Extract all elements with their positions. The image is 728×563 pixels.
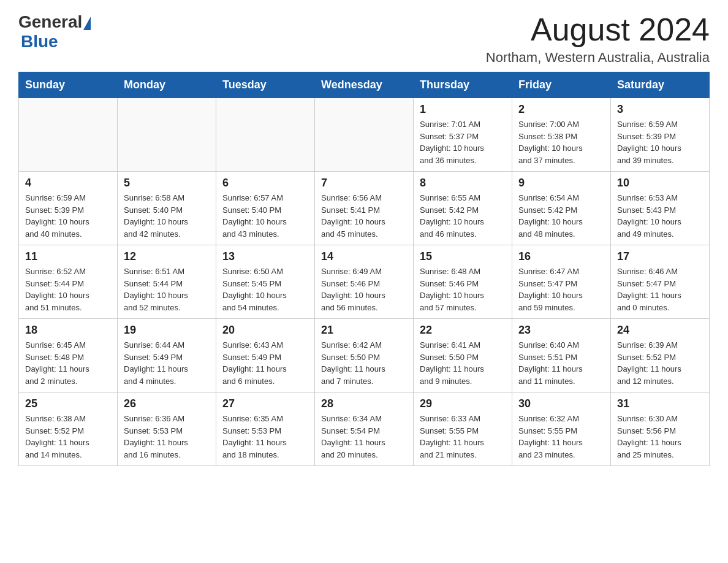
calendar-cell: 17Sunrise: 6:46 AM Sunset: 5:47 PM Dayli… [611,245,710,319]
day-info: Sunrise: 6:39 AM Sunset: 5:52 PM Dayligh… [617,339,703,387]
day-number: 26 [124,397,210,410]
day-number: 20 [222,324,308,337]
day-info: Sunrise: 6:38 AM Sunset: 5:52 PM Dayligh… [25,413,111,461]
calendar-cell: 29Sunrise: 6:33 AM Sunset: 5:55 PM Dayli… [414,393,512,466]
calendar-cell [118,98,216,172]
day-number: 17 [617,250,703,263]
day-number: 13 [222,250,308,263]
day-number: 24 [617,324,703,337]
day-number: 19 [124,324,210,337]
calendar-week-2: 4Sunrise: 6:59 AM Sunset: 5:39 PM Daylig… [19,172,710,245]
logo: General Blue [18,12,91,52]
day-number: 11 [25,250,111,263]
day-number: 6 [222,177,308,190]
day-info: Sunrise: 6:43 AM Sunset: 5:49 PM Dayligh… [222,339,308,387]
calendar-cell: 22Sunrise: 6:41 AM Sunset: 5:50 PM Dayli… [414,319,512,393]
calendar-cell: 18Sunrise: 6:45 AM Sunset: 5:48 PM Dayli… [19,319,118,393]
day-number: 12 [124,250,210,263]
calendar-cell: 10Sunrise: 6:53 AM Sunset: 5:43 PM Dayli… [611,172,710,245]
day-info: Sunrise: 7:00 AM Sunset: 5:38 PM Dayligh… [518,118,604,166]
day-number: 10 [617,177,703,190]
day-info: Sunrise: 6:34 AM Sunset: 5:54 PM Dayligh… [321,413,407,461]
calendar-header-row: SundayMondayTuesdayWednesdayThursdayFrid… [19,72,710,98]
calendar-cell: 28Sunrise: 6:34 AM Sunset: 5:54 PM Dayli… [315,393,414,466]
calendar-week-5: 25Sunrise: 6:38 AM Sunset: 5:52 PM Dayli… [19,393,710,466]
day-info: Sunrise: 6:59 AM Sunset: 5:39 PM Dayligh… [617,118,703,166]
calendar-table: SundayMondayTuesdayWednesdayThursdayFrid… [18,72,710,466]
day-info: Sunrise: 6:33 AM Sunset: 5:55 PM Dayligh… [420,413,506,461]
day-info: Sunrise: 6:47 AM Sunset: 5:47 PM Dayligh… [518,266,604,313]
calendar-cell: 27Sunrise: 6:35 AM Sunset: 5:53 PM Dayli… [216,393,315,466]
day-number: 31 [617,397,703,410]
month-title: August 2024 [486,12,710,47]
day-info: Sunrise: 6:44 AM Sunset: 5:49 PM Dayligh… [124,339,210,387]
calendar-cell: 23Sunrise: 6:40 AM Sunset: 5:51 PM Dayli… [512,319,611,393]
day-info: Sunrise: 6:59 AM Sunset: 5:39 PM Dayligh… [25,192,111,240]
day-number: 28 [321,397,407,410]
calendar-cell [216,98,315,172]
calendar-cell: 20Sunrise: 6:43 AM Sunset: 5:49 PM Dayli… [216,319,315,393]
calendar-header-friday: Friday [512,72,611,98]
calendar-cell: 13Sunrise: 6:50 AM Sunset: 5:45 PM Dayli… [216,245,315,319]
day-number: 4 [25,177,111,190]
day-number: 22 [420,324,506,337]
day-number: 7 [321,177,407,190]
day-info: Sunrise: 7:01 AM Sunset: 5:37 PM Dayligh… [420,118,506,166]
day-info: Sunrise: 6:52 AM Sunset: 5:44 PM Dayligh… [25,266,111,313]
title-block: August 2024 Northam, Western Australia, … [486,12,710,66]
day-number: 21 [321,324,407,337]
logo-triangle-icon [83,17,91,30]
calendar-header-sunday: Sunday [19,72,118,98]
day-info: Sunrise: 6:51 AM Sunset: 5:44 PM Dayligh… [124,266,210,313]
day-info: Sunrise: 6:56 AM Sunset: 5:41 PM Dayligh… [321,192,407,240]
day-info: Sunrise: 6:32 AM Sunset: 5:55 PM Dayligh… [518,413,604,461]
day-info: Sunrise: 6:30 AM Sunset: 5:56 PM Dayligh… [617,413,703,461]
calendar-cell: 11Sunrise: 6:52 AM Sunset: 5:44 PM Dayli… [19,245,118,319]
calendar-cell: 26Sunrise: 6:36 AM Sunset: 5:53 PM Dayli… [118,393,216,466]
calendar-cell: 9Sunrise: 6:54 AM Sunset: 5:42 PM Daylig… [512,172,611,245]
calendar-cell: 8Sunrise: 6:55 AM Sunset: 5:42 PM Daylig… [414,172,512,245]
day-info: Sunrise: 6:41 AM Sunset: 5:50 PM Dayligh… [420,339,506,387]
day-number: 5 [124,177,210,190]
logo-blue-text: Blue [21,32,58,51]
day-number: 15 [420,250,506,263]
day-info: Sunrise: 6:49 AM Sunset: 5:46 PM Dayligh… [321,266,407,313]
day-info: Sunrise: 6:54 AM Sunset: 5:42 PM Dayligh… [518,192,604,240]
day-number: 14 [321,250,407,263]
calendar-cell: 31Sunrise: 6:30 AM Sunset: 5:56 PM Dayli… [611,393,710,466]
day-info: Sunrise: 6:46 AM Sunset: 5:47 PM Dayligh… [617,266,703,313]
calendar-cell: 19Sunrise: 6:44 AM Sunset: 5:49 PM Dayli… [118,319,216,393]
calendar-cell: 7Sunrise: 6:56 AM Sunset: 5:41 PM Daylig… [315,172,414,245]
logo-general-text: General [18,12,82,32]
calendar-cell: 16Sunrise: 6:47 AM Sunset: 5:47 PM Dayli… [512,245,611,319]
calendar-cell: 25Sunrise: 6:38 AM Sunset: 5:52 PM Dayli… [19,393,118,466]
calendar-week-1: 1Sunrise: 7:01 AM Sunset: 5:37 PM Daylig… [19,98,710,172]
day-info: Sunrise: 6:35 AM Sunset: 5:53 PM Dayligh… [222,413,308,461]
day-number: 25 [25,397,111,410]
day-info: Sunrise: 6:42 AM Sunset: 5:50 PM Dayligh… [321,339,407,387]
calendar-cell: 1Sunrise: 7:01 AM Sunset: 5:37 PM Daylig… [414,98,512,172]
calendar-week-3: 11Sunrise: 6:52 AM Sunset: 5:44 PM Dayli… [19,245,710,319]
calendar-cell: 5Sunrise: 6:58 AM Sunset: 5:40 PM Daylig… [118,172,216,245]
calendar-cell: 14Sunrise: 6:49 AM Sunset: 5:46 PM Dayli… [315,245,414,319]
calendar-header-saturday: Saturday [611,72,710,98]
calendar-cell: 24Sunrise: 6:39 AM Sunset: 5:52 PM Dayli… [611,319,710,393]
page-header: General Blue August 2024 Northam, Wester… [18,12,710,66]
day-number: 29 [420,397,506,410]
day-number: 8 [420,177,506,190]
calendar-cell: 15Sunrise: 6:48 AM Sunset: 5:46 PM Dayli… [414,245,512,319]
calendar-cell: 12Sunrise: 6:51 AM Sunset: 5:44 PM Dayli… [118,245,216,319]
day-info: Sunrise: 6:53 AM Sunset: 5:43 PM Dayligh… [617,192,703,240]
day-number: 30 [518,397,604,410]
calendar-cell [315,98,414,172]
day-number: 1 [420,103,506,116]
day-info: Sunrise: 6:50 AM Sunset: 5:45 PM Dayligh… [222,266,308,313]
calendar-header-monday: Monday [118,72,216,98]
day-info: Sunrise: 6:58 AM Sunset: 5:40 PM Dayligh… [124,192,210,240]
calendar-cell: 30Sunrise: 6:32 AM Sunset: 5:55 PM Dayli… [512,393,611,466]
calendar-cell: 6Sunrise: 6:57 AM Sunset: 5:40 PM Daylig… [216,172,315,245]
calendar-cell: 4Sunrise: 6:59 AM Sunset: 5:39 PM Daylig… [19,172,118,245]
day-info: Sunrise: 6:36 AM Sunset: 5:53 PM Dayligh… [124,413,210,461]
day-number: 18 [25,324,111,337]
day-number: 16 [518,250,604,263]
